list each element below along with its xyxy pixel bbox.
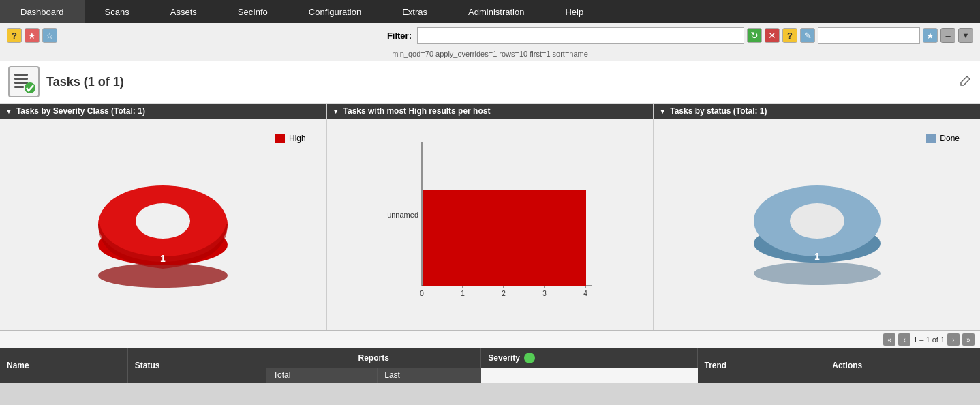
nav-configuration[interactable]: Configuration [288,0,382,23]
svg-text:0: 0 [420,290,424,297]
toolbar: ? ★ ☆ Filter: ↻ ✕ ? ✎ ★ – ▼ [0,23,980,48]
chart-body-status: Done 1 [654,119,980,330]
svg-text:unnamed: unnamed [387,211,418,219]
filter-section: Filter: ↻ ✕ ? ✎ ★ – ▼ [387,27,973,44]
chart-collapse-status[interactable]: ▼ [659,108,666,115]
bar-chart-highresults: unnamed 0 1 2 3 4 [374,136,606,313]
filter-edit-icon[interactable]: ✎ [800,28,815,43]
star-icon[interactable]: ☆ [42,28,57,43]
charts-section: ▼ Tasks by Severity Class (Total: 1) Hig… [0,104,980,331]
first-page-button[interactable]: « [883,333,895,346]
svg-text:4: 4 [583,290,587,297]
svg-point-30 [790,203,844,239]
legend-label-high: High [289,134,306,143]
tasks-icon [12,70,36,94]
chart-collapse-highresults[interactable]: ▼ [333,108,339,115]
filter-save-icon[interactable]: ↻ [747,28,762,43]
svg-point-27 [754,262,881,285]
svg-point-12 [136,203,190,239]
svg-rect-0 [14,74,28,76]
nav-secinfo[interactable]: SecInfo [217,0,288,23]
nav-help[interactable]: Help [545,0,604,23]
svg-text:1: 1 [814,251,820,262]
svg-rect-3 [14,86,24,88]
filter-label: Filter: [387,31,412,41]
col-actions[interactable]: Actions [825,348,980,382]
svg-text:2: 2 [502,290,506,297]
filter-dropdown-icon[interactable]: ▼ [958,28,973,43]
chart-body-severity: High [0,119,326,330]
bookmark-icon[interactable]: ★ [25,28,40,43]
next-page-button[interactable]: › [947,333,960,346]
pagination-row: « ‹ 1 – 1 of 1 › » [0,331,980,348]
nav-extras[interactable]: Extras [382,0,448,23]
col-severity[interactable]: Severity [481,348,697,368]
last-page-button[interactable]: » [962,333,975,346]
filter-clear-icon[interactable]: ✕ [765,28,780,43]
legend-label-done: Done [940,134,960,143]
chart-panel-highresults: ▼ Tasks with most High results per host … [327,104,654,330]
chart-collapse-severity[interactable]: ▼ [5,108,12,115]
filter-help-icon[interactable]: ? [782,28,797,43]
svg-rect-1 [14,78,28,80]
svg-text:3: 3 [542,290,547,297]
chart-title-status: Tasks by status (Total: 1) [670,106,767,116]
filter-input[interactable] [417,27,744,44]
col-reports-total[interactable]: Total [266,368,377,382]
tasks-table: Name Status Reports Severity Trend Actio… [0,348,980,382]
pagination-text: 1 – 1 of 1 [913,335,945,344]
prev-page-button[interactable]: ‹ [898,333,910,346]
filter-minus-icon[interactable]: – [940,28,955,43]
chart-title-highresults: Tasks with most High results per host [343,106,491,116]
chart-header-status: ▼ Tasks by status (Total: 1) [654,104,980,119]
col-status[interactable]: Status [127,348,266,382]
status-legend: Done [926,134,960,143]
chart-body-highresults: unnamed 0 1 2 3 4 [327,119,654,330]
filter-name-input[interactable] [818,27,920,44]
help-icon[interactable]: ? [7,28,22,43]
page-title-area: Tasks (1 of 1) [0,61,980,104]
nav-administration[interactable]: Administration [448,0,545,23]
severity-legend: High [275,134,306,143]
table-section: « ‹ 1 – 1 of 1 › » Name Status Reports S… [0,331,980,382]
svg-rect-17 [423,190,586,286]
chart-header-highresults: ▼ Tasks with most High results per host [327,104,654,119]
svg-text:1: 1 [461,290,465,297]
page-title: Tasks (1 of 1) [46,75,124,89]
donut-chart-severity: 1 [81,142,245,306]
nav-dashboard[interactable]: Dashboard [0,0,85,23]
col-name[interactable]: Name [0,348,127,382]
chart-panel-status: ▼ Tasks by status (Total: 1) Done [654,104,980,330]
chart-header-severity: ▼ Tasks by Severity Class (Total: 1) [0,104,326,119]
nav-scans[interactable]: Scans [85,0,150,23]
col-reports-last[interactable]: Last [378,368,481,382]
chart-panel-severity: ▼ Tasks by Severity Class (Total: 1) Hig… [0,104,327,330]
nav-assets[interactable]: Assets [150,0,217,23]
legend-color-done [926,134,936,143]
filter-star-icon[interactable]: ★ [923,28,938,43]
top-navigation: Dashboard Scans Assets SecInfo Configura… [0,0,980,23]
svg-text:1: 1 [160,253,166,264]
svg-rect-2 [14,82,28,84]
filter-hint: min_qod=70 apply_overrides=1 rows=10 fir… [0,48,980,61]
task-icon-box [8,66,40,97]
donut-chart-status: 1 [735,142,899,306]
col-trend[interactable]: Trend [698,348,825,382]
severity-indicator [524,352,535,363]
legend-color-high [275,134,285,143]
page-edit-icon[interactable] [958,74,972,90]
col-reports: Reports [266,348,480,368]
chart-title-severity: Tasks by Severity Class (Total: 1) [16,106,145,116]
